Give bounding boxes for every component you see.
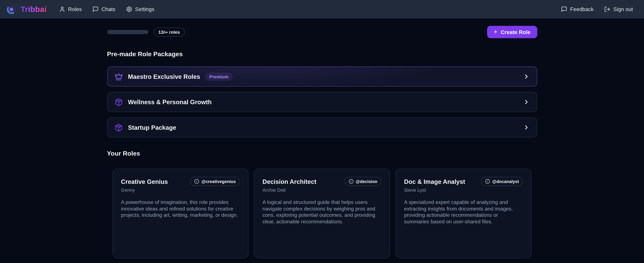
packages-section-title: Pre-made Role Packages [107, 50, 537, 58]
primary-nav: Roles Chats Settings [59, 6, 154, 12]
message-square-icon [561, 6, 567, 12]
package-icon [114, 123, 122, 131]
role-subtitle: Archie Doit [262, 188, 382, 193]
main-content: 13/∞ roles + Create Role Pre-made Role P… [107, 26, 537, 263]
info-icon [349, 179, 354, 184]
role-card-creative-genius[interactable]: Creative Genius @creativegenius Genny A … [112, 169, 248, 258]
package-title: Startup Package [128, 124, 176, 131]
role-description: A logical and structured guide that help… [262, 199, 382, 225]
role-title: Doc & Image Analyst [404, 178, 465, 185]
message-square-icon [92, 6, 98, 12]
role-card-header: Creative Genius @creativegenius [121, 177, 240, 186]
role-handle: @decision [356, 179, 378, 184]
role-description: A specialized expert capable of analyzin… [404, 199, 523, 225]
role-handle-badge[interactable]: @decision [345, 177, 382, 186]
feedback-button[interactable]: Feedback [561, 6, 594, 12]
role-subtitle: Genny [121, 188, 240, 193]
role-card-header: Doc & Image Analyst @docanalyst [404, 177, 523, 186]
role-handle: @docanalyst [492, 179, 519, 184]
chevron-right-icon [523, 73, 530, 80]
feedback-label: Feedback [570, 6, 594, 12]
brand-name: Tribbai [20, 5, 47, 14]
package-card-startup[interactable]: Startup Package [107, 117, 537, 137]
your-roles-section-title: Your Roles [107, 150, 537, 157]
package-title: Wellness & Personal Growth [128, 98, 212, 105]
top-navbar: Tribbai Roles Chats [0, 0, 644, 18]
app-root: Tribbai Roles Chats [0, 0, 644, 263]
premium-badge: Premium [205, 72, 233, 81]
package-card-wellness[interactable]: Wellness & Personal Growth [107, 92, 537, 112]
package-icon [114, 98, 122, 106]
roles-grid: Creative Genius @creativegenius Genny A … [107, 169, 537, 263]
nav-item-label: Settings [135, 6, 154, 12]
tribbai-logo-icon [6, 4, 17, 14]
brand-logo[interactable]: Tribbai [6, 4, 46, 14]
nav-item-settings[interactable]: Settings [126, 6, 154, 12]
nav-item-label: Chats [102, 6, 115, 12]
gear-icon [126, 6, 132, 12]
chevron-right-icon [523, 124, 530, 131]
info-icon [194, 179, 200, 184]
nav-item-chats[interactable]: Chats [92, 6, 115, 12]
nav-item-roles[interactable]: Roles [59, 6, 82, 12]
crown-icon [114, 72, 122, 81]
role-card-header: Decision Architect @decision [262, 177, 382, 186]
signout-label: Sign out [613, 6, 633, 12]
role-card-doc-image-analyst[interactable]: Doc & Image Analyst @docanalyst Steve Ly… [396, 169, 532, 258]
create-role-label: Create Role [501, 29, 530, 35]
plus-icon: + [494, 29, 498, 35]
signout-button[interactable]: Sign out [604, 6, 633, 12]
role-description: A powerhouse of imagination, this role p… [121, 199, 240, 219]
logout-icon [604, 6, 610, 12]
create-role-button[interactable]: + Create Role [487, 26, 537, 38]
chevron-right-icon [523, 98, 530, 105]
role-handle: @creativegenius [201, 179, 236, 184]
role-handle-badge[interactable]: @docanalyst [481, 177, 523, 186]
package-title: Maestro Exclusive Roles [128, 73, 200, 80]
nav-right-group: Feedback Sign out [561, 6, 633, 12]
user-icon [59, 6, 65, 12]
role-handle-badge[interactable]: @creativegenius [190, 177, 240, 186]
package-card-maestro[interactable]: Maestro Exclusive Roles Premium [107, 66, 537, 86]
role-subtitle: Steve Lyst [404, 188, 523, 193]
role-title: Decision Architect [262, 178, 316, 185]
roles-toolbar: 13/∞ roles + Create Role [107, 26, 537, 38]
role-title: Creative Genius [121, 178, 168, 185]
roles-progress-bar [107, 30, 148, 34]
role-card-decision-architect[interactable]: Decision Architect @decision Archie Doit… [254, 169, 390, 258]
nav-item-label: Roles [68, 6, 82, 12]
roles-count-badge: 13/∞ roles [154, 27, 185, 36]
package-list: Maestro Exclusive Roles Premium Wellness… [107, 66, 537, 137]
info-icon [485, 179, 490, 184]
